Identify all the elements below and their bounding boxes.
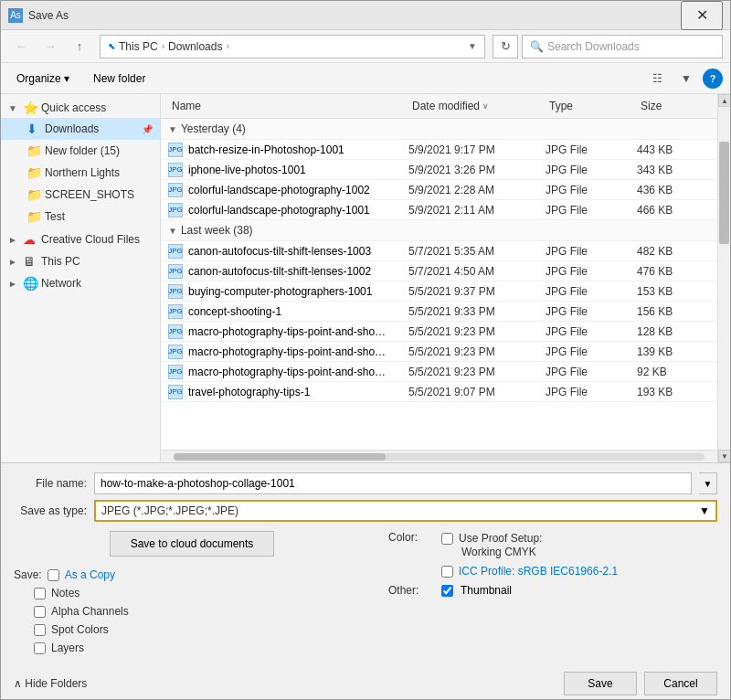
spot-colors-label: Spot Colors: [51, 623, 109, 636]
sidebar-item-screen-shots[interactable]: 📁 SCREEN_SHOTS: [1, 184, 160, 206]
as-a-copy-checkbox[interactable]: [48, 569, 59, 581]
refresh-button[interactable]: ↻: [493, 35, 518, 58]
file-icon: JPG: [168, 385, 183, 399]
table-row[interactable]: JPG concept-shooting-1 5/5/2021 9:33 PM …: [161, 302, 717, 322]
footer: ∧ Hide Folders Save Cancel: [1, 664, 730, 699]
scrollbar-up-button[interactable]: ▲: [718, 94, 730, 107]
app-icon: As: [8, 8, 23, 23]
table-row[interactable]: JPG colorful-landscape-photography-1001 …: [161, 200, 717, 220]
save-type-row: Save as type: JPEG (*.JPG;*.JPEG;*.JPE) …: [14, 500, 717, 522]
this-pc-header[interactable]: ► 🖥 This PC: [1, 251, 160, 271]
col-name[interactable]: Name: [168, 98, 408, 114]
layers-label: Layers: [51, 642, 84, 654]
table-row[interactable]: JPG macro-photography-tips-point-and-sho…: [161, 362, 717, 382]
help-button[interactable]: ?: [703, 69, 723, 89]
use-proof-setup-row: Use Proof Setup:: [441, 531, 717, 546]
icc-profile-checkbox[interactable]: [441, 566, 453, 578]
file-name-cell: JPG colorful-landscape-photography-1001: [168, 203, 408, 217]
up-button[interactable]: ↑: [67, 36, 92, 58]
file-name-text: macro-photography-tips-point-and-sho…: [188, 325, 386, 338]
table-row[interactable]: JPG buying-computer-photographers-1001 5…: [161, 281, 717, 302]
search-bar[interactable]: 🔍 Search Downloads: [522, 35, 723, 58]
content-area: Name Date modified ∨ Type Size ▼ Yesterd…: [161, 94, 717, 462]
table-row[interactable]: JPG macro-photography-tips-point-and-sho…: [161, 342, 717, 362]
col-size[interactable]: Size: [637, 98, 710, 114]
back-button[interactable]: ←: [8, 36, 34, 58]
sidebar-item-new-folder[interactable]: 📁 New folder (15): [1, 140, 160, 162]
file-list: ▼ Yesterday (4) JPG batch-resize-in-Phot…: [161, 119, 717, 450]
save-button[interactable]: Save: [564, 672, 637, 695]
file-name-text: batch-resize-in-Photoshop-1001: [188, 143, 344, 156]
file-date: 5/9/2021 2:11 AM: [408, 204, 546, 217]
new-folder-icon: 📁: [26, 143, 41, 158]
address-part-2: Downloads: [168, 40, 222, 53]
this-pc-toggle: ►: [8, 257, 19, 267]
creative-cloud-header[interactable]: ► ☁ Creative Cloud Files: [1, 229, 160, 249]
scrollbar-h-track: [174, 453, 705, 461]
table-row[interactable]: JPG iphone-live-photos-1001 5/9/2021 3:2…: [161, 160, 717, 180]
table-row[interactable]: JPG travel-photography-tips-1 5/5/2021 9…: [161, 382, 717, 402]
save-cloud-button[interactable]: Save to cloud documents: [110, 531, 274, 557]
view-button[interactable]: ☷: [644, 68, 670, 90]
close-button[interactable]: ✕: [681, 1, 723, 30]
sidebar-item-northern-lights[interactable]: 📁 Northern Lights: [1, 162, 160, 184]
file-name-input[interactable]: [94, 472, 692, 494]
col-date[interactable]: Date modified ∨: [408, 98, 546, 114]
main-area: ▼ ⭐ Quick access ⬇ Downloads 📌 📁 New fol…: [1, 94, 730, 462]
scrollbar-h-thumb: [174, 453, 386, 461]
alpha-channels-checkbox[interactable]: [34, 606, 46, 618]
quick-access-header[interactable]: ▼ ⭐ Quick access: [1, 98, 160, 118]
file-size: 139 KB: [637, 345, 710, 358]
use-proof-setup-checkbox[interactable]: [441, 533, 453, 545]
table-row[interactable]: JPG macro-photography-tips-point-and-sho…: [161, 322, 717, 342]
notes-checkbox[interactable]: [34, 588, 46, 599]
file-type: JPG File: [546, 345, 637, 358]
scrollbar-down-button[interactable]: ▼: [718, 450, 730, 462]
cancel-button[interactable]: Cancel: [644, 672, 717, 695]
sidebar-item-downloads[interactable]: ⬇ Downloads 📌: [1, 118, 160, 140]
new-folder-button[interactable]: New folder: [85, 68, 154, 90]
table-row[interactable]: JPG batch-resize-in-Photoshop-1001 5/9/2…: [161, 140, 717, 160]
file-name-dropdown[interactable]: ▼: [699, 472, 717, 494]
group-last-week[interactable]: ▼ Last week (38): [161, 220, 717, 241]
hide-folders-button[interactable]: ∧ Hide Folders: [14, 677, 87, 690]
forward-button[interactable]: →: [37, 36, 63, 58]
this-pc-label: This PC: [41, 255, 153, 268]
file-name-cell: JPG buying-computer-photographers-1001: [168, 284, 408, 299]
file-type: JPG File: [546, 164, 637, 176]
file-name-text: iphone-live-photos-1001: [188, 164, 306, 176]
save-type-select[interactable]: JPEG (*.JPG;*.JPEG;*.JPE) ▼: [94, 500, 717, 522]
table-row[interactable]: JPG canon-autofocus-tilt-shift-lenses-10…: [161, 261, 717, 281]
file-size: 436 KB: [637, 184, 710, 196]
spot-colors-checkbox[interactable]: [34, 624, 46, 636]
quick-access-label: Quick access: [41, 101, 153, 114]
table-row[interactable]: JPG colorful-landscape-photography-1002 …: [161, 180, 717, 200]
table-row[interactable]: JPG canon-autofocus-tilt-shift-lenses-10…: [161, 241, 717, 261]
horizontal-scrollbar[interactable]: [161, 450, 717, 462]
file-size: 153 KB: [637, 285, 710, 298]
network-header[interactable]: ► 🌐 Network: [1, 273, 160, 293]
options-right: Color: Use Proof Setup: Working CMYK: [370, 531, 717, 655]
file-date: 5/5/2021 9:37 PM: [408, 285, 546, 298]
thumbnail-checkbox[interactable]: [441, 585, 453, 597]
color-content: Use Proof Setup: Working CMYK: [441, 531, 717, 558]
notes-label: Notes: [51, 587, 79, 599]
organize-button[interactable]: Organize ▾: [8, 68, 78, 90]
file-type: JPG File: [546, 285, 637, 298]
file-name-cell: JPG canon-autofocus-tilt-shift-lenses-10…: [168, 244, 408, 259]
view-dropdown[interactable]: ▼: [673, 68, 699, 90]
this-pc-icon: 🖥: [23, 254, 37, 269]
icc-profile-label[interactable]: ICC Profile: sRGB IEC61966-2.1: [459, 565, 618, 578]
alpha-channels-row: Alpha Channels: [14, 604, 370, 619]
file-date: 5/9/2021 9:17 PM: [408, 143, 546, 156]
file-name-text: colorful-landscape-photography-1001: [188, 204, 370, 217]
file-size: 343 KB: [637, 164, 710, 176]
sidebar-item-test[interactable]: 📁 Test: [1, 206, 160, 228]
file-type: JPG File: [546, 265, 637, 278]
vertical-scrollbar[interactable]: ▲ ▼: [717, 94, 730, 462]
col-type[interactable]: Type: [546, 98, 637, 114]
address-dropdown[interactable]: ▼: [468, 41, 477, 51]
layers-checkbox[interactable]: [34, 642, 46, 654]
creative-cloud-icon: ☁: [23, 232, 37, 247]
group-yesterday[interactable]: ▼ Yesterday (4): [161, 119, 717, 140]
